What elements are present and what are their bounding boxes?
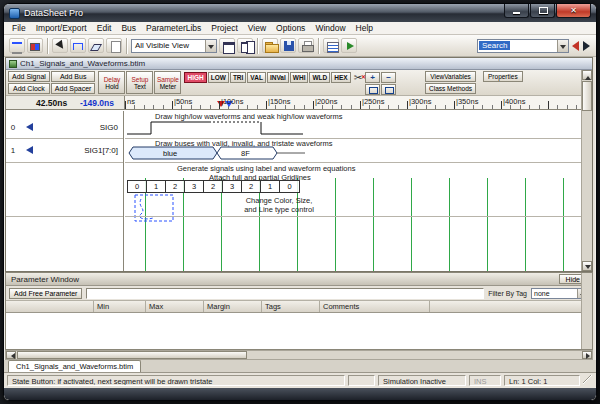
filter-by-tag-label: Filter By Tag — [488, 290, 527, 297]
zoom-range-button[interactable] — [381, 84, 396, 95]
add-free-parameter-button[interactable]: Add Free Parameter — [9, 288, 82, 299]
parameter-input[interactable] — [86, 288, 484, 299]
state-button[interactable]: HEX — [331, 72, 350, 83]
view-variables-button[interactable]: ViewVariables — [425, 71, 476, 82]
draw-signal-icon[interactable] — [70, 38, 86, 53]
time-marker-blue-icon[interactable] — [225, 101, 233, 109]
add-clock-button[interactable]: Add Clock — [8, 83, 50, 94]
signal-row[interactable]: 1 SIG1[7:0] — [6, 141, 123, 159]
separator — [47, 38, 48, 54]
nav-back-icon[interactable] — [572, 41, 579, 51]
menu-item[interactable]: View — [243, 22, 271, 34]
menubar: FileImport/ExportEditBusParameterLibsPro… — [4, 22, 596, 35]
state-button[interactable]: INVal — [267, 72, 289, 83]
document-titlebar[interactable]: Ch1_Signals_and_Waveforms.btim — [6, 58, 592, 70]
ruler-row: 42.50ns -149.0ns ns|50ns|100ns|150ns|200… — [6, 96, 581, 110]
timing-diagram-icon[interactable] — [9, 38, 25, 53]
nav-forward-icon[interactable] — [583, 41, 590, 51]
add-bus-button[interactable]: Add Bus — [51, 71, 96, 82]
column-header[interactable]: Tags — [262, 301, 320, 312]
zoom-in-button[interactable]: + — [365, 72, 380, 83]
counter-strip[interactable]: 012323210 — [127, 180, 300, 193]
bus-diagram-icon[interactable] — [27, 38, 43, 53]
parameter-scrollbar[interactable] — [581, 273, 592, 349]
time-ruler[interactable]: ns|50ns|100ns|150ns|200ns|250ns|300ns|35… — [124, 96, 581, 109]
minimize-button[interactable] — [504, 4, 529, 18]
menu-item[interactable]: Import/Export — [31, 22, 92, 34]
column-header[interactable]: Comments — [320, 301, 430, 312]
window-tile-icon[interactable] — [237, 38, 253, 53]
print-icon[interactable] — [298, 38, 314, 53]
chevron-down-icon[interactable] — [205, 40, 216, 52]
scroll-up-icon[interactable] — [582, 70, 592, 80]
parameter-table-body[interactable] — [6, 313, 581, 349]
horizontal-scrollbar[interactable] — [5, 350, 593, 360]
wave-area[interactable]: Draw high/low waveforms and weak high/lo… — [125, 111, 581, 271]
separator — [126, 38, 127, 54]
separator — [6, 138, 123, 139]
column-header[interactable]: Margin — [204, 301, 262, 312]
search-box[interactable]: Search — [477, 39, 569, 53]
titlebar[interactable]: DataSheet Pro ✕ — [4, 4, 596, 22]
search-input[interactable]: Search — [479, 41, 510, 50]
state-button[interactable]: TRI — [230, 72, 246, 83]
close-icon: ✕ — [557, 4, 590, 17]
column-header[interactable] — [6, 301, 94, 312]
time-marker-red-icon[interactable] — [217, 101, 225, 109]
window-cascade-icon[interactable] — [219, 38, 235, 53]
scroll-right-icon[interactable] — [582, 351, 592, 359]
class-methods-button[interactable]: Class Methods — [425, 83, 476, 94]
menu-item[interactable]: Project — [206, 22, 242, 34]
state-button[interactable]: WLD — [309, 72, 330, 83]
zoom-full-button[interactable] — [365, 84, 380, 95]
signal-index: 1 — [6, 146, 20, 155]
menu-item[interactable]: Edit — [92, 22, 117, 34]
state-button[interactable]: LOW — [208, 72, 229, 83]
scrollbar-thumb[interactable] — [17, 351, 247, 359]
properties-button[interactable]: Properties — [483, 71, 523, 82]
waveform-canvas[interactable]: 0 SIG0 1 SIG1[7:0] — [6, 111, 581, 271]
toggle-top-label: Sample — [157, 76, 179, 83]
menu-item[interactable]: ParameterLibs — [141, 22, 206, 34]
scissors-icon[interactable]: ✂ — [354, 72, 362, 83]
resize-grip[interactable] — [583, 375, 593, 385]
column-header[interactable]: Max — [146, 301, 204, 312]
sample-meter-toggle[interactable]: Sample Meter — [154, 71, 181, 94]
open-folder-icon[interactable] — [262, 38, 278, 53]
close-button[interactable]: ✕ — [556, 4, 591, 18]
setup-text-toggle[interactable]: Setup Text — [126, 71, 153, 94]
report-icon[interactable] — [323, 38, 339, 53]
menu-item[interactable]: Bus — [116, 22, 141, 34]
pointer-tool-icon[interactable] — [52, 38, 68, 53]
menu-item[interactable]: Options — [271, 22, 310, 34]
delay-hold-toggle[interactable]: Delay Hold — [98, 71, 125, 94]
main-toolbar: All Visible View Search — [4, 35, 596, 57]
scrollbar-thumb[interactable] — [582, 81, 592, 111]
label-tool-icon[interactable] — [106, 38, 122, 53]
save-icon[interactable] — [280, 38, 296, 53]
signal-name[interactable]: SIG0 — [100, 123, 123, 132]
scroll-left-icon[interactable] — [6, 351, 16, 359]
tab-active-document[interactable]: Ch1_Signals_and_Waveforms.btim — [8, 360, 141, 372]
vertical-scrollbar[interactable] — [581, 70, 592, 271]
scroll-down-icon[interactable] — [582, 261, 592, 271]
app-window: DataSheet Pro ✕ FileImport/ExportEditBus… — [3, 3, 597, 401]
column-header[interactable]: Min — [94, 301, 146, 312]
add-spacer-button[interactable]: Add Spacer — [51, 83, 96, 94]
view-selector[interactable]: All Visible View — [131, 39, 217, 53]
menu-item[interactable]: Help — [351, 22, 378, 34]
signal-name[interactable]: SIG1[7:0] — [84, 146, 123, 155]
draw-bus-icon[interactable] — [88, 38, 104, 53]
add-signal-button[interactable]: Add Signal — [8, 71, 50, 82]
zoom-out-button[interactable]: − — [381, 72, 396, 83]
run-simulation-icon[interactable] — [341, 38, 357, 53]
menu-item[interactable]: Window — [310, 22, 350, 34]
separator — [125, 162, 581, 163]
menu-item[interactable]: File — [7, 22, 31, 34]
signal-row[interactable]: 0 SIG0 — [6, 118, 123, 136]
maximize-button[interactable] — [530, 4, 555, 18]
chevron-down-icon[interactable] — [557, 40, 568, 52]
state-button[interactable]: WHI — [290, 72, 309, 83]
state-button[interactable]: HIGH — [184, 72, 206, 83]
state-button[interactable]: VAL — [247, 72, 266, 83]
